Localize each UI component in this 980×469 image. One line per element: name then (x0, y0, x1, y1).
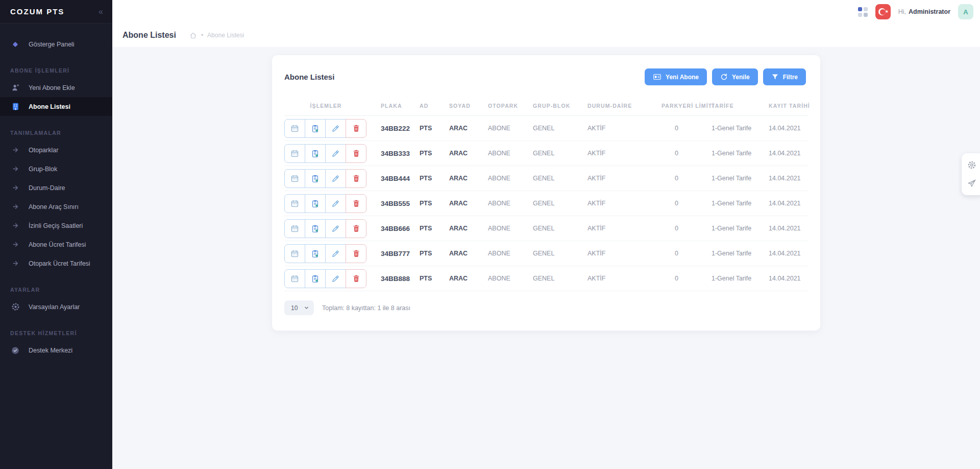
cell-otopark: ABONE (488, 175, 533, 182)
sidebar-item-label: Destek Merkezi (29, 347, 72, 354)
row-actions (284, 269, 381, 288)
sidebar-item-yeni-abone-ekle[interactable]: Yeni Abone Ekle (0, 78, 112, 97)
cell-soyad: ARAC (449, 200, 488, 207)
table-row: 34BB333 PTS ARAC ABONE GENEL AKTİF 0 1-G… (284, 141, 808, 166)
copy-button[interactable] (305, 244, 326, 263)
card-toolbar: Yeni Abone Yenile Filtre (645, 68, 806, 85)
cell-otopark: ABONE (488, 225, 533, 232)
trash-icon (352, 224, 360, 232)
delete-button[interactable] (346, 144, 366, 163)
copy-button[interactable] (305, 194, 326, 213)
button-label: Filtre (783, 74, 798, 81)
apps-grid-icon[interactable] (858, 7, 868, 17)
settings-widget-button[interactable] (963, 156, 980, 174)
edit-button[interactable] (325, 219, 346, 238)
sidebar-item-otoparklar[interactable]: Otoparklar (0, 140, 112, 159)
sidebar: COZUM PTS « Gösterge Paneli ABONE İŞLEML… (0, 0, 112, 469)
cell-soyad: ARAC (449, 250, 488, 257)
home-icon[interactable] (189, 32, 197, 39)
card-title: Abone Listesi (284, 73, 334, 81)
edit-button[interactable] (325, 244, 346, 263)
pencil-icon (331, 224, 340, 233)
yeni-abone-button[interactable]: Yeni Abone (645, 68, 707, 85)
cell-otopark: ABONE (488, 150, 533, 157)
sidebar-collapse-icon[interactable]: « (99, 7, 103, 16)
delete-button[interactable] (346, 244, 366, 263)
edit-button[interactable] (325, 169, 346, 188)
cell-ad: PTS (420, 200, 449, 207)
delete-button[interactable] (346, 194, 366, 213)
calendar-button[interactable] (284, 169, 305, 188)
calendar-button[interactable] (284, 144, 305, 163)
sidebar-item-abone-listesi[interactable]: Abone Listesi (0, 97, 112, 116)
calendar-button[interactable] (284, 269, 305, 288)
arrow-right-icon (10, 260, 20, 267)
abone-listesi-card: Abone Listesi Yeni Abone Yenile (272, 55, 820, 331)
copy-button[interactable] (305, 269, 326, 288)
clipboard-icon (311, 249, 320, 258)
sidebar-item-varsayilan-ayarlar[interactable]: Varsayılan Ayarlar (0, 297, 112, 316)
floating-panel (962, 153, 980, 195)
cell-kayit-tarihi: 14.04.2021 (769, 175, 808, 182)
calendar-icon (290, 174, 299, 183)
sidebar-item-abone-arac-siniri[interactable]: Abone Araç Sınırı (0, 197, 112, 216)
sidebar-item-izinli-gecis-saatleri[interactable]: İzinli Geçiş Saatleri (0, 216, 112, 235)
cell-kayit-tarihi: 14.04.2021 (769, 125, 808, 132)
edit-button[interactable] (325, 194, 346, 213)
copy-button[interactable] (305, 144, 326, 163)
copy-button[interactable] (305, 219, 326, 238)
table-header-row: İŞLEMLER PLAKA AD SOYAD OTOPARK GRUP-BLO… (284, 96, 808, 116)
sidebar-item-label: Abone Ücret Tarifesi (29, 241, 86, 248)
delete-button[interactable] (346, 269, 366, 288)
app-logo: COZUM PTS (10, 7, 64, 16)
sidebar-item-durum-daire[interactable]: Durum-Daire (0, 178, 112, 197)
chevron-down-icon (304, 305, 309, 311)
sidebar-item-abone-ucret-tarifesi[interactable]: Abone Ücret Tarifesi (0, 235, 112, 254)
sidebar-item-destek-merkezi[interactable]: Destek Merkezi (0, 341, 112, 360)
delete-button[interactable] (346, 119, 366, 138)
edit-button[interactable] (325, 119, 346, 138)
yenile-button[interactable]: Yenile (712, 68, 758, 85)
row-actions (284, 144, 381, 163)
edit-button[interactable] (325, 269, 346, 288)
copy-button[interactable] (305, 119, 326, 138)
calendar-button[interactable] (284, 194, 305, 213)
dashboard-diamond-icon (10, 40, 20, 49)
arrow-right-icon (10, 165, 20, 173)
filtre-button[interactable]: Filtre (763, 68, 806, 85)
sidebar-item-gosterge-paneli[interactable]: Gösterge Paneli (0, 35, 112, 54)
arrow-right-icon (10, 222, 20, 229)
column-header-kayit-tarihi: KAYIT TARİHİ (769, 103, 808, 109)
content-area: Abone Listesi Yeni Abone Yenile (112, 47, 980, 469)
sidebar-section-ayarlar: AYARLAR (0, 282, 112, 297)
copy-button[interactable] (305, 169, 326, 188)
turkish-flag-icon[interactable]: ★ (875, 4, 891, 19)
column-header-plaka: PLAKA (381, 103, 420, 109)
calendar-button[interactable] (284, 244, 305, 263)
delete-button[interactable] (346, 219, 366, 238)
cell-parkyeri-limiti: 0 (662, 150, 712, 157)
send-widget-button[interactable] (963, 175, 980, 192)
sidebar-item-grup-blok[interactable]: Grup-Blok (0, 159, 112, 178)
column-header-ad: AD (420, 103, 449, 109)
cell-ad: PTS (420, 225, 449, 232)
sidebar-item-otopark-ucret-tarifesi[interactable]: Otopark Ücret Tarifesi (0, 254, 112, 273)
page-size-select[interactable]: 10 (284, 300, 314, 315)
cell-plaka: 34BB888 (381, 275, 420, 283)
edit-button[interactable] (325, 144, 346, 163)
cell-durum-daire: AKTİF (587, 275, 662, 282)
id-card-icon (653, 73, 662, 81)
row-actions (284, 244, 381, 263)
pencil-icon (331, 199, 340, 208)
avatar[interactable]: A (958, 4, 973, 19)
delete-button[interactable] (346, 169, 366, 188)
cell-parkyeri-limiti: 0 (662, 275, 712, 282)
sidebar-item-label: Otopark Ücret Tarifesi (29, 260, 90, 267)
clipboard-icon (311, 274, 320, 283)
calendar-button[interactable] (284, 219, 305, 238)
calendar-button[interactable] (284, 119, 305, 138)
cell-otopark: ABONE (488, 200, 533, 207)
table-body: 34BB222 PTS ARAC ABONE GENEL AKTİF 0 1-G… (284, 116, 808, 291)
cell-parkyeri-limiti: 0 (662, 175, 712, 182)
card-header: Abone Listesi Yeni Abone Yenile (272, 55, 820, 96)
